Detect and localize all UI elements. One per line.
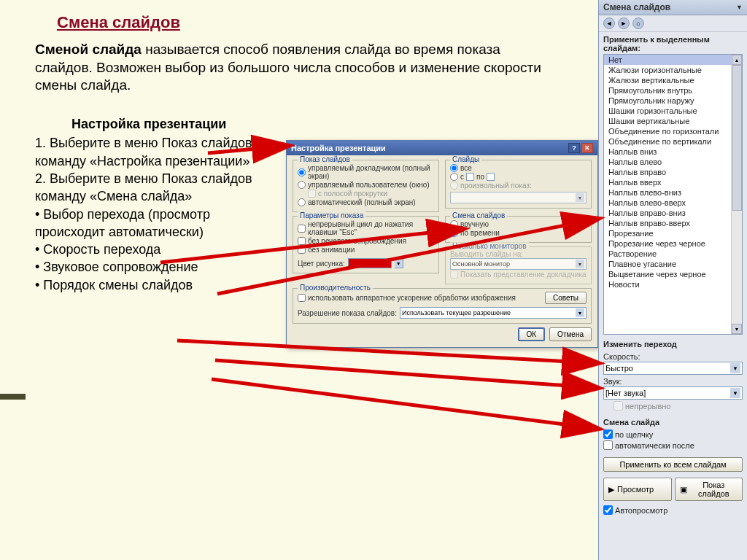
apply-label: Применить к выделенным слайдам: bbox=[599, 32, 747, 54]
forward-icon[interactable]: ► bbox=[618, 18, 630, 29]
transition-item[interactable]: Наплыв влево-вверх bbox=[604, 198, 731, 208]
advance-group: Смена слайдов вручную по времени bbox=[445, 216, 592, 243]
radio-user[interactable] bbox=[298, 181, 306, 189]
dialog-titlebar[interactable]: Настройка презентации ? ✕ bbox=[287, 141, 597, 155]
radio-range[interactable] bbox=[450, 173, 458, 181]
resolution-dropdown[interactable]: Использовать текущее разрешение▼ bbox=[400, 307, 587, 319]
radio-all-slides[interactable] bbox=[450, 164, 458, 172]
transition-item[interactable]: Жалюзи горизонтальные bbox=[604, 65, 731, 75]
transition-item[interactable]: Плавное угасание bbox=[604, 259, 731, 269]
home-icon[interactable]: ⌂ bbox=[632, 18, 644, 29]
radio-user-label: управляемый пользователем (окно) bbox=[308, 181, 430, 189]
range-to-input[interactable] bbox=[487, 173, 495, 181]
check-presenter-view-label: Показать представление докладчика bbox=[460, 271, 586, 279]
dialog-title-text: Настройка презентации bbox=[291, 144, 386, 152]
sound-dropdown[interactable]: [Нет звука]▼ bbox=[603, 386, 743, 400]
transition-item[interactable]: Наплыв вправо-вверх bbox=[604, 218, 731, 228]
chevron-down-icon: ▼ bbox=[730, 363, 740, 373]
transition-item[interactable]: Прорезание через черное bbox=[604, 238, 731, 249]
speed-dropdown[interactable]: Быстро▼ bbox=[603, 362, 743, 375]
check-animation[interactable] bbox=[298, 246, 306, 254]
autopreview-label: Автопросмотр bbox=[615, 506, 667, 515]
scroll-down-icon[interactable]: ▼ bbox=[732, 324, 742, 334]
radio-all-label: все bbox=[460, 164, 472, 172]
cancel-button[interactable]: Отмена bbox=[549, 327, 592, 341]
transition-item[interactable]: Новости bbox=[604, 279, 731, 289]
speed-value: Быстро bbox=[605, 364, 633, 373]
loop-sound-label: непрерывно bbox=[625, 402, 670, 411]
check-scrollbar bbox=[308, 190, 316, 198]
check-hardware-accel[interactable] bbox=[298, 294, 306, 302]
transition-item[interactable]: Жалюзи вертикальные bbox=[604, 75, 731, 85]
scrollbar[interactable]: ▲ ▼ bbox=[731, 55, 742, 334]
transition-list[interactable]: НетЖалюзи горизонтальныеЖалюзи вертикаль… bbox=[603, 54, 743, 335]
radio-timing-label: по времени bbox=[460, 229, 500, 237]
monitor-value: Основной монитор bbox=[452, 260, 510, 268]
help-button[interactable]: ? bbox=[568, 143, 580, 153]
check-animation-label: без анимации bbox=[308, 246, 355, 254]
transition-item[interactable]: Наплыв вверх bbox=[604, 177, 731, 187]
instructions-subhead: Настройка презентации bbox=[71, 115, 268, 133]
transition-item[interactable]: Выцветание через черное bbox=[604, 269, 731, 279]
intro-text: Сменой слайда называется способ появлени… bbox=[35, 41, 546, 95]
task-pane-title: Смена слайдов bbox=[603, 2, 670, 12]
check-autopreview[interactable] bbox=[603, 505, 613, 515]
close-button[interactable]: ✕ bbox=[581, 143, 593, 153]
scroll-thumb[interactable] bbox=[732, 65, 742, 211]
transition-item[interactable]: Наплыв вправо bbox=[604, 167, 731, 177]
ok-button[interactable]: ОК bbox=[518, 327, 546, 341]
check-hardware-label: использовать аппаратное ускорение обрабо… bbox=[308, 294, 516, 302]
task-pane-header[interactable]: Смена слайдов ▼ bbox=[599, 0, 747, 15]
transition-item[interactable]: Прямоугольник внутрь bbox=[604, 85, 731, 96]
radio-kiosk[interactable] bbox=[298, 198, 306, 206]
slides-group: Слайды все спо произвольный показ: ▼ bbox=[445, 160, 592, 209]
show-type-group: Показ слайдов управляемый докладчиком (п… bbox=[293, 160, 439, 212]
radio-manual[interactable] bbox=[450, 220, 458, 228]
transition-item[interactable]: Растворение bbox=[604, 249, 731, 259]
check-loop[interactable] bbox=[298, 225, 306, 233]
instruction-bullet: • Звуковое сопровождение bbox=[35, 258, 268, 276]
transition-item[interactable]: Шашки вертикальные bbox=[604, 116, 731, 126]
monitors-group: Несколько мониторов Выводить слайды на: … bbox=[445, 246, 592, 284]
tips-button[interactable]: Советы bbox=[545, 292, 587, 304]
scroll-up-icon[interactable]: ▲ bbox=[732, 55, 742, 65]
play-label: Просмотр bbox=[617, 485, 654, 494]
pen-color-picker[interactable] bbox=[348, 258, 392, 268]
instruction-bullet: • Скорость перехода bbox=[35, 241, 268, 258]
check-auto-after[interactable] bbox=[603, 440, 613, 450]
auto-after-label: автоматически после bbox=[615, 441, 694, 450]
instructions: Настройка презентации 1. Выберите в меню… bbox=[35, 115, 268, 294]
transition-item[interactable]: Объединение по горизонтали bbox=[604, 126, 731, 136]
radio-timing[interactable] bbox=[450, 229, 458, 237]
transition-item[interactable]: Наплыв вправо-вниз bbox=[604, 208, 731, 218]
slideshow-button[interactable]: ▣Показ слайдов bbox=[675, 478, 743, 501]
performance-group: Производительность использовать аппаратн… bbox=[293, 288, 592, 324]
apply-to-all-button[interactable]: Применить ко всем слайдам bbox=[603, 457, 743, 472]
radio-manual-label: вручную bbox=[460, 220, 489, 228]
check-on-click[interactable] bbox=[603, 429, 613, 439]
chevron-down-icon[interactable]: ▼ bbox=[736, 4, 743, 11]
transition-item[interactable]: Наплыв вниз bbox=[604, 147, 731, 157]
slideshow-label: Показ слайдов bbox=[690, 481, 738, 498]
monitor-output-label: Выводить слайды на: bbox=[450, 250, 587, 258]
show-options-group: Параметры показа непрерывный цикл до наж… bbox=[293, 216, 439, 273]
radio-presenter[interactable] bbox=[298, 168, 306, 176]
transition-item[interactable]: Наплыв влево-вниз bbox=[604, 187, 731, 198]
play-button[interactable]: ▶Просмотр bbox=[603, 478, 672, 501]
setup-show-dialog: Настройка презентации ? ✕ Показ слайдов … bbox=[286, 140, 598, 348]
transition-item[interactable]: Объединение по вертикали bbox=[604, 136, 731, 147]
check-narration[interactable] bbox=[298, 237, 306, 245]
chevron-down-icon[interactable]: ▼ bbox=[395, 258, 403, 268]
modify-transition-label: Изменить переход bbox=[603, 337, 743, 350]
transition-item[interactable]: Прорезание bbox=[604, 228, 731, 238]
check-scrollbar-label: с полосой прокрутки bbox=[318, 190, 387, 198]
transition-item[interactable]: Нет bbox=[604, 55, 731, 65]
back-icon[interactable]: ◄ bbox=[603, 18, 615, 29]
transition-item[interactable]: Прямоугольник наружу bbox=[604, 96, 731, 106]
slides-legend: Слайды bbox=[450, 155, 481, 163]
range-from-input[interactable] bbox=[466, 173, 474, 181]
transition-item[interactable]: Наплыв влево bbox=[604, 157, 731, 167]
chevron-down-icon: ▼ bbox=[576, 308, 584, 317]
resolution-label: Разрешение показа слайдов: bbox=[298, 309, 397, 317]
transition-item[interactable]: Шашки горизонтальные bbox=[604, 106, 731, 116]
